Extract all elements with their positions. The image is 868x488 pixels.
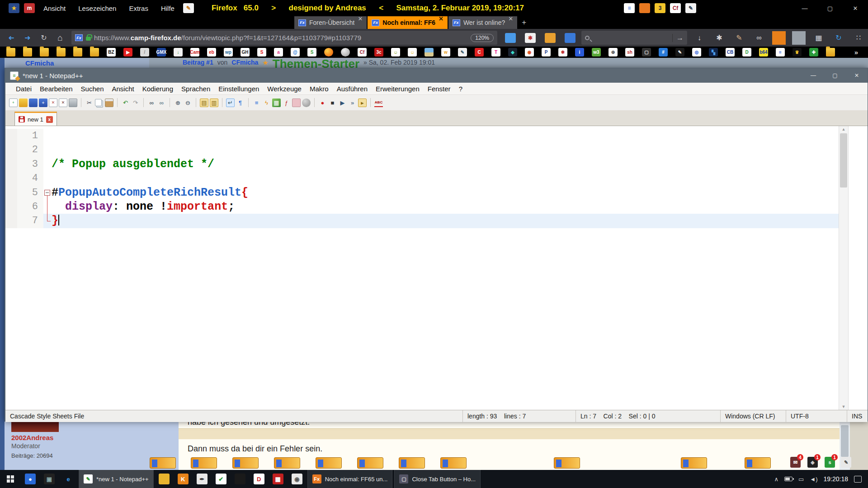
save-macro-icon[interactable]: ▸ [358, 99, 367, 107]
bookmark-firefox[interactable] [324, 48, 333, 56]
replace-icon[interactable]: ∞ [157, 99, 166, 107]
npp-menu-makro[interactable]: Makro [306, 85, 333, 93]
npp-menu-sprachen[interactable]: Sprachen [177, 85, 214, 93]
save-icon[interactable] [29, 99, 38, 107]
open-file-icon[interactable] [19, 99, 28, 107]
copy-icon[interactable] [95, 99, 102, 106]
bookmark-gh[interactable]: GH [241, 48, 250, 56]
edit-pencil-icon[interactable]: ✎ [181, 3, 196, 13]
tray-overlay-pencil[interactable]: ✎ [841, 457, 851, 468]
bookmark-youtube[interactable]: ▶ [123, 48, 132, 56]
code-line-6[interactable]: 6 display: none !important; [5, 200, 839, 214]
fold-collapse-icon[interactable] [44, 190, 50, 196]
code-text[interactable] [52, 171, 839, 185]
folder-orange-icon[interactable] [545, 33, 556, 43]
fold-margin[interactable] [43, 143, 52, 157]
post-author-link[interactable]: CFmicha [231, 59, 258, 66]
zoom-out-icon[interactable]: ⊖ [184, 99, 192, 107]
browser-tab[interactable]: FxForen-Übersicht✕ [294, 16, 367, 29]
editor-vertical-scrollbar[interactable]: ▲ ▼ [839, 126, 849, 410]
taskbar-camera-icon[interactable]: ◉ [292, 474, 302, 484]
code-line-7[interactable]: 7} [5, 214, 839, 228]
bookmark-smiley-green[interactable]: ☺ [391, 48, 400, 56]
restore-button[interactable]: ▢ [817, 0, 843, 16]
play-macro-icon[interactable]: ▶ [338, 99, 347, 107]
bookmark-margin[interactable] [5, 129, 17, 143]
npp-restore-button[interactable]: ▢ [824, 68, 846, 83]
bookmark-gray-circle[interactable]: / [140, 48, 149, 56]
volume-icon[interactable]: ◄) [810, 476, 817, 483]
doc-monitor-icon[interactable] [302, 99, 311, 107]
bookmark-folder[interactable] [90, 48, 99, 56]
brush-icon[interactable]: ✎ [732, 31, 746, 45]
fold-margin[interactable] [43, 171, 52, 185]
bookmark-wordpress[interactable]: wp [224, 48, 233, 56]
doc-map-icon[interactable]: ▦ [272, 99, 281, 107]
bookmark-download[interactable]: ↓ [174, 48, 183, 56]
bookmark-folder[interactable] [23, 48, 32, 56]
editor-lines[interactable]: 123/* Popup ausgeblendet */45#PopupAutoC… [5, 129, 839, 228]
npp-menu-ausführen[interactable]: Ausführen [333, 85, 372, 93]
bookmark-folder[interactable] [826, 48, 835, 56]
bookmark-cross-green[interactable]: ✚ [809, 48, 818, 56]
bookmark-star-icon[interactable]: ★ [9, 3, 19, 13]
taskbar-check-icon[interactable]: ✔ [216, 474, 226, 484]
code-line-5[interactable]: 5#PopupAutoCompleteRichResult{ [5, 186, 839, 200]
code-line-2[interactable]: 2 [5, 143, 839, 157]
bookmark-margin[interactable] [5, 143, 17, 157]
bookmark-w-orange[interactable]: w [441, 48, 450, 56]
close-all-icon[interactable]: ✕ [59, 99, 67, 107]
bookmark-windows[interactable]: # [659, 48, 668, 56]
search-go-arrow[interactable]: → [672, 34, 684, 42]
print-icon[interactable] [69, 99, 77, 107]
close-button[interactable]: ✕ [843, 0, 868, 16]
npp-menu-fenster[interactable]: Fenster [424, 85, 455, 93]
npp-menu-erweiterungen[interactable]: Erweiterungen [372, 85, 424, 93]
bookmark-figures[interactable]: ✱ [558, 48, 567, 56]
scroll-up-arrow[interactable]: ▲ [839, 127, 848, 131]
find-icon[interactable]: ∞ [147, 99, 156, 107]
word-wrap-icon[interactable]: ↵ [226, 99, 235, 107]
close-icon[interactable]: ✕ [49, 99, 57, 107]
tray-overlay-s-green[interactable]: s1 [825, 457, 835, 468]
npp-menu-datei[interactable]: Datei [12, 85, 36, 93]
post-link[interactable]: Beitrag #1 [183, 59, 213, 66]
record-macro-icon[interactable]: ● [318, 99, 327, 107]
url-bar[interactable]: Fx https://www.camp-firefox.de/forum/vie… [71, 31, 497, 45]
new-file-icon[interactable]: + [9, 99, 18, 107]
taskbar-key-icon[interactable]: K [178, 474, 189, 484]
network-icon[interactable]: ▭ [798, 476, 804, 483]
taskbar-dark-app-icon[interactable] [235, 474, 245, 484]
camp-firefox-icon[interactable]: Cf [670, 3, 681, 13]
battery-icon[interactable] [784, 477, 793, 481]
tray-chevron-icon[interactable]: ∧ [774, 476, 778, 483]
npp-menu-kodierung[interactable]: Kodierung [138, 85, 177, 93]
bookmark-w3[interactable]: w3 [592, 48, 601, 56]
bookmark-circle-orange[interactable]: ◉ [525, 48, 534, 56]
code-text[interactable]: } [52, 214, 839, 228]
bookmark-tv[interactable]: ▢ [642, 48, 651, 56]
redo-icon[interactable]: ↷ [131, 99, 140, 107]
pocket-speech-icon[interactable] [505, 33, 516, 43]
bookmark-pink[interactable]: a [274, 48, 283, 56]
bookmark-3c[interactable]: 3c [374, 48, 383, 56]
browser-tab[interactable]: FxWer ist online?✕ [448, 16, 517, 29]
bookmark-pen[interactable]: ✎ [675, 48, 684, 56]
bookmark-gmx[interactable]: GMX [157, 48, 166, 56]
https-lock-icon[interactable] [86, 37, 91, 41]
edit-pencil-icon[interactable]: ✎ [183, 3, 194, 13]
search-bar[interactable]: → [581, 31, 687, 45]
bookmark-campfirefox[interactable]: Cf [358, 48, 367, 56]
bookmark-diamond[interactable]: ◆ [508, 48, 517, 56]
new-tab-button[interactable]: + [522, 18, 526, 27]
function-list-icon[interactable]: ƒ [282, 99, 291, 107]
taskbar-d-red-icon[interactable]: D [254, 474, 264, 484]
bookmark-sparkasse[interactable]: S [257, 48, 266, 56]
zoom-in-icon[interactable]: ⊕ [174, 99, 182, 107]
code-text[interactable]: /* Popup ausgeblendet */ [52, 157, 839, 171]
npp-menu-suchen[interactable]: Suchen [77, 85, 108, 93]
npp-menu-werkzeuge[interactable]: Werkzeuge [263, 85, 306, 93]
bookmark-rocket[interactable]: @ [291, 48, 300, 56]
bookmarks-overflow-chevron[interactable]: » [854, 48, 858, 56]
bookmark-info[interactable]: i [575, 48, 584, 56]
